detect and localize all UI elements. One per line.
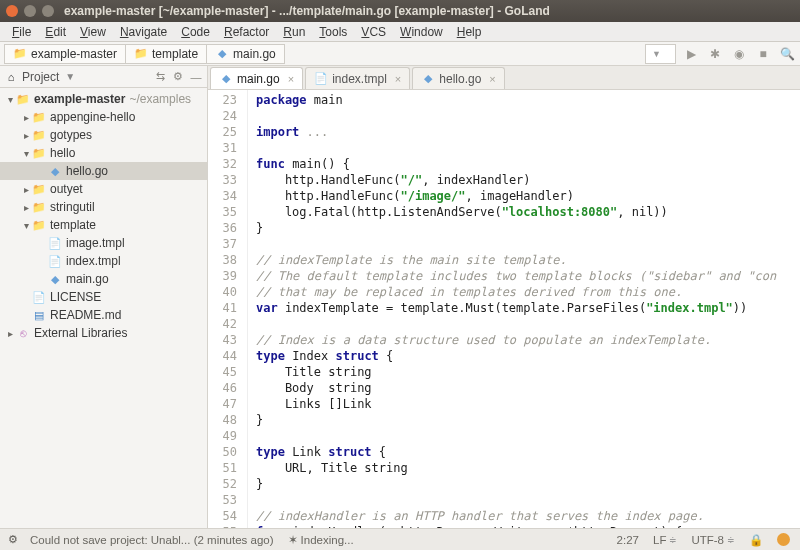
tree-twisty-icon[interactable]: ▸ <box>20 112 32 123</box>
menu-refactor[interactable]: Refactor <box>218 23 275 41</box>
project-tree[interactable]: ▾📁example-master~/examples▸📁appengine-he… <box>0 88 207 528</box>
code-line[interactable]: http.HandleFunc("/image/", imageHandler) <box>256 188 800 204</box>
code-line[interactable]: package main <box>256 92 800 108</box>
tree-row[interactable]: ▸📁outyet <box>0 180 207 198</box>
hide-icon[interactable]: — <box>189 70 203 84</box>
stop-button[interactable]: ■ <box>754 45 772 63</box>
lock-icon[interactable]: 🔒 <box>745 533 767 547</box>
tree-row[interactable]: ▸⎋External Libraries <box>0 324 207 342</box>
chevron-down-icon[interactable]: ▼ <box>65 71 75 82</box>
code-line[interactable] <box>256 236 800 252</box>
tree-twisty-icon[interactable]: ▾ <box>20 220 32 231</box>
code-line[interactable]: import ... <box>256 124 800 140</box>
window-close-button[interactable] <box>6 5 18 17</box>
editor-tab[interactable]: 📄index.tmpl× <box>305 67 410 89</box>
window-minimize-button[interactable] <box>24 5 36 17</box>
code-line[interactable]: // The default template includes two tem… <box>256 268 800 284</box>
tree-label: LICENSE <box>50 290 101 304</box>
tree-twisty-icon[interactable]: ▸ <box>20 130 32 141</box>
tree-twisty-icon[interactable]: ▾ <box>20 148 32 159</box>
tree-label: gotypes <box>50 128 92 142</box>
code-line[interactable]: URL, Title string <box>256 460 800 476</box>
code-line[interactable] <box>256 140 800 156</box>
debug-button[interactable]: ✱ <box>706 45 724 63</box>
editor-tab[interactable]: ◆hello.go× <box>412 67 504 89</box>
menu-code[interactable]: Code <box>175 23 216 41</box>
tree-label: appengine-hello <box>50 110 135 124</box>
search-everywhere-button[interactable]: 🔍 <box>778 45 796 63</box>
folder-blue-icon: 📁 <box>13 47 27 61</box>
collapse-all-icon[interactable]: ⇆ <box>153 70 167 84</box>
code-line[interactable]: http.HandleFunc("/", indexHandler) <box>256 172 800 188</box>
menu-help[interactable]: Help <box>451 23 488 41</box>
editor-gutter: 2324253132333435363738394041424344454647… <box>208 90 248 528</box>
run-button[interactable]: ▶ <box>682 45 700 63</box>
code-line[interactable] <box>256 316 800 332</box>
tree-row[interactable]: ◆main.go <box>0 270 207 288</box>
menu-vcs[interactable]: VCS <box>355 23 392 41</box>
tree-row[interactable]: ▤README.md <box>0 306 207 324</box>
code-line[interactable]: // that may be replaced in templates der… <box>256 284 800 300</box>
code-line[interactable] <box>256 108 800 124</box>
code-line[interactable]: func main() { <box>256 156 800 172</box>
breadcrumb-item[interactable]: 📁example-master <box>4 44 126 64</box>
tree-twisty-icon[interactable]: ▸ <box>20 202 32 213</box>
tree-twisty-icon[interactable]: ▾ <box>4 94 16 105</box>
file-encoding[interactable]: UTF-8≑ <box>687 534 739 546</box>
code-line[interactable]: var indexTemplate = template.Must(templa… <box>256 300 800 316</box>
tab-close-icon[interactable]: × <box>489 73 495 85</box>
tree-row[interactable]: ▾📁template <box>0 216 207 234</box>
window-maximize-button[interactable] <box>42 5 54 17</box>
menu-navigate[interactable]: Navigate <box>114 23 173 41</box>
breadcrumb-item[interactable]: 📁template <box>126 44 207 64</box>
project-tool-title[interactable]: Project <box>22 70 59 84</box>
go-icon: ◆ <box>219 72 233 86</box>
code-line[interactable]: } <box>256 476 800 492</box>
tree-row[interactable]: 📄LICENSE <box>0 288 207 306</box>
ide-status-icon[interactable] <box>773 533 794 546</box>
menu-tools[interactable]: Tools <box>313 23 353 41</box>
menu-file[interactable]: File <box>6 23 37 41</box>
tab-close-icon[interactable]: × <box>288 73 294 85</box>
code-line[interactable]: Body string <box>256 380 800 396</box>
code-line[interactable]: Links []Link <box>256 396 800 412</box>
editor-tab[interactable]: ◆main.go× <box>210 67 303 89</box>
code-line[interactable] <box>256 428 800 444</box>
code-line[interactable]: // indexHandler is an HTTP handler that … <box>256 508 800 524</box>
tree-twisty-icon[interactable]: ▸ <box>20 184 32 195</box>
tab-close-icon[interactable]: × <box>395 73 401 85</box>
editor-code[interactable]: package main import ... func main() { ht… <box>248 90 800 528</box>
tree-row[interactable]: ▾📁example-master~/examples <box>0 90 207 108</box>
run-config-selector[interactable]: ▼ <box>645 44 676 64</box>
menu-run[interactable]: Run <box>277 23 311 41</box>
code-line[interactable]: type Link struct { <box>256 444 800 460</box>
menu-window[interactable]: Window <box>394 23 449 41</box>
line-separator[interactable]: LF≑ <box>649 534 681 546</box>
menu-edit[interactable]: Edit <box>39 23 72 41</box>
breadcrumb-item[interactable]: ◆main.go <box>207 44 285 64</box>
code-line[interactable] <box>256 492 800 508</box>
code-line[interactable]: log.Fatal(http.ListenAndServe("localhost… <box>256 204 800 220</box>
settings-icon[interactable]: ⚙ <box>6 533 20 547</box>
tree-row[interactable]: ◆hello.go <box>0 162 207 180</box>
tree-twisty-icon[interactable]: ▸ <box>4 328 16 339</box>
tree-row[interactable]: 📄index.tmpl <box>0 252 207 270</box>
code-line[interactable]: } <box>256 220 800 236</box>
gutter-line-number: 50 <box>208 444 237 460</box>
code-line[interactable]: // Index is a data structure used to pop… <box>256 332 800 348</box>
code-line[interactable]: } <box>256 412 800 428</box>
code-line[interactable]: type Index struct { <box>256 348 800 364</box>
breadcrumb-label: example-master <box>31 47 117 61</box>
coverage-button[interactable]: ◉ <box>730 45 748 63</box>
tree-row[interactable]: 📄image.tmpl <box>0 234 207 252</box>
window-title: example-master [~/example-master] - .../… <box>64 4 550 18</box>
gear-icon[interactable]: ⚙ <box>171 70 185 84</box>
code-line[interactable]: Title string <box>256 364 800 380</box>
menu-view[interactable]: View <box>74 23 112 41</box>
tree-row[interactable]: ▸📁gotypes <box>0 126 207 144</box>
tree-row[interactable]: ▾📁hello <box>0 144 207 162</box>
tree-row[interactable]: ▸📁stringutil <box>0 198 207 216</box>
code-line[interactable]: // indexTemplate is the main site templa… <box>256 252 800 268</box>
caret-position[interactable]: 2:27 <box>613 534 643 546</box>
tree-row[interactable]: ▸📁appengine-hello <box>0 108 207 126</box>
